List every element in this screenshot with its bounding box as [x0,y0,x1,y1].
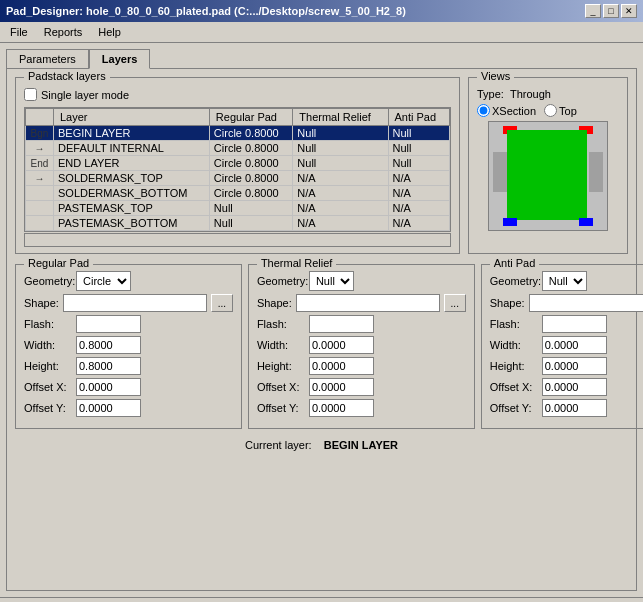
regular-geometry-select[interactable]: Circle [76,271,131,291]
current-layer-row: Current layer: BEGIN LAYER [15,439,628,451]
thermal-flash-input[interactable] [309,315,374,333]
regular-flash-input[interactable] [76,315,141,333]
row-regular: Circle 0.8000 [209,171,293,186]
single-layer-row: Single layer mode [24,88,451,101]
row-thermal: Null [293,126,388,141]
row-layer-name: PASTEMASK_TOP [54,201,210,216]
thermal-height-input[interactable] [309,357,374,375]
thermal-browse-btn[interactable]: ... [444,294,466,312]
views-section: Views Type: Through XSection Top [468,77,628,254]
tab-bar: Parameters Layers [6,49,637,69]
maximize-button[interactable]: □ [603,4,619,18]
table-row[interactable]: PASTEMASK_TOP Null N/A N/A [26,201,450,216]
thermal-width-input[interactable] [309,336,374,354]
table-row[interactable]: Bgn BEGIN LAYER Circle 0.8000 Null Null [26,126,450,141]
xsection-label-text: XSection [492,105,536,117]
regular-pad-label: Regular Pad [24,257,93,269]
type-value: Through [510,88,551,100]
window-title: Pad_Designer: hole_0_80_0_60_plated.pad … [6,5,406,17]
thermal-offsetx-row: Offset X: [257,378,466,396]
thermal-geometry-select-wrap: Null [309,271,354,291]
anti-offsety-label: Offset Y: [490,402,542,414]
regular-browse-btn[interactable]: ... [211,294,233,312]
anti-height-label: Height: [490,360,542,372]
anti-geometry-select[interactable]: Null [542,271,587,291]
thermal-shape-input[interactable] [296,294,440,312]
regular-offsetx-label: Offset X: [24,381,76,393]
anti-offsety-input[interactable] [542,399,607,417]
row-regular: Circle 0.8000 [209,126,293,141]
row-regular: Circle 0.8000 [209,141,293,156]
radio-top[interactable] [544,104,557,117]
thermal-offsety-input[interactable] [309,399,374,417]
radio-xsection[interactable] [477,104,490,117]
regular-offsetx-input[interactable] [76,378,141,396]
table-row[interactable]: End END LAYER Circle 0.8000 Null Null [26,156,450,171]
radio-row: XSection Top [477,104,619,117]
views-section-label: Views [477,70,514,82]
col-regular: Regular Pad [209,109,293,126]
regular-geometry-select-wrap: Circle [76,271,131,291]
regular-width-input[interactable] [76,336,141,354]
thermal-offsetx-input[interactable] [309,378,374,396]
thermal-offsety-label: Offset Y: [257,402,309,414]
current-layer-label: Current layer: [245,439,312,451]
blue-bot-left [503,218,517,226]
menu-file[interactable]: File [4,24,34,40]
radio-xsection-label[interactable]: XSection [477,104,536,117]
anti-geometry-label: Geometry: [490,275,542,287]
table-row[interactable]: PASTEMASK_BOTTOM Null N/A N/A [26,216,450,231]
row-marker [26,201,54,216]
row-thermal: N/A [293,171,388,186]
anti-width-input[interactable] [542,336,607,354]
padstack-section-label: Padstack layers [24,70,110,82]
current-layer-value: BEGIN LAYER [324,439,398,451]
regular-flash-label: Flash: [24,318,76,330]
col-thermal: Thermal Relief [293,109,388,126]
anti-height-input[interactable] [542,357,607,375]
anti-flash-label: Flash: [490,318,542,330]
single-layer-checkbox[interactable] [24,88,37,101]
type-label: Type: [477,88,504,100]
minimize-button[interactable]: _ [585,4,601,18]
col-layer: Layer [54,109,210,126]
row-regular: Circle 0.8000 [209,156,293,171]
regular-height-input[interactable] [76,357,141,375]
tab-layers[interactable]: Layers [89,49,150,69]
menu-help[interactable]: Help [92,24,127,40]
regular-height-label: Height: [24,360,76,372]
layer-visualization [488,121,608,231]
regular-offsety-label: Offset Y: [24,402,76,414]
radio-top-label[interactable]: Top [544,104,577,117]
row-anti: Null [388,126,450,141]
padstack-table-container[interactable]: Layer Regular Pad Thermal Relief Anti Pa… [24,107,451,232]
anti-offsetx-input[interactable] [542,378,607,396]
single-layer-checkbox-label[interactable]: Single layer mode [24,88,129,101]
anti-flash-row: Flash: [490,315,643,333]
thermal-width-label: Width: [257,339,309,351]
row-marker: → [26,141,54,156]
thermal-geometry-select[interactable]: Null [309,271,354,291]
tab-parameters[interactable]: Parameters [6,49,89,69]
anti-height-row: Height: [490,357,643,375]
regular-width-row: Width: [24,336,233,354]
table-row[interactable]: → DEFAULT INTERNAL Circle 0.8000 Null Nu… [26,141,450,156]
table-row[interactable]: SOLDERMASK_BOTTOM Circle 0.8000 N/A N/A [26,186,450,201]
gray-right [589,152,603,192]
bottom-pads: Regular Pad Geometry: Circle Shape: ... [15,264,628,429]
regular-offsety-input[interactable] [76,399,141,417]
anti-shape-input[interactable] [529,294,643,312]
regular-offsety-row: Offset Y: [24,399,233,417]
menu-reports[interactable]: Reports [38,24,89,40]
anti-flash-input[interactable] [542,315,607,333]
row-layer-name: SOLDERMASK_TOP [54,171,210,186]
table-row[interactable]: → SOLDERMASK_TOP Circle 0.8000 N/A N/A [26,171,450,186]
regular-width-label: Width: [24,339,76,351]
horizontal-scrollbar[interactable] [24,233,451,247]
padstack-layers-section: Padstack layers Single layer mode [15,77,460,254]
row-layer-name: BEGIN LAYER [54,126,210,141]
regular-shape-input[interactable] [63,294,207,312]
close-button[interactable]: ✕ [621,4,637,18]
col-marker [26,109,54,126]
menu-bar: File Reports Help [0,22,643,43]
